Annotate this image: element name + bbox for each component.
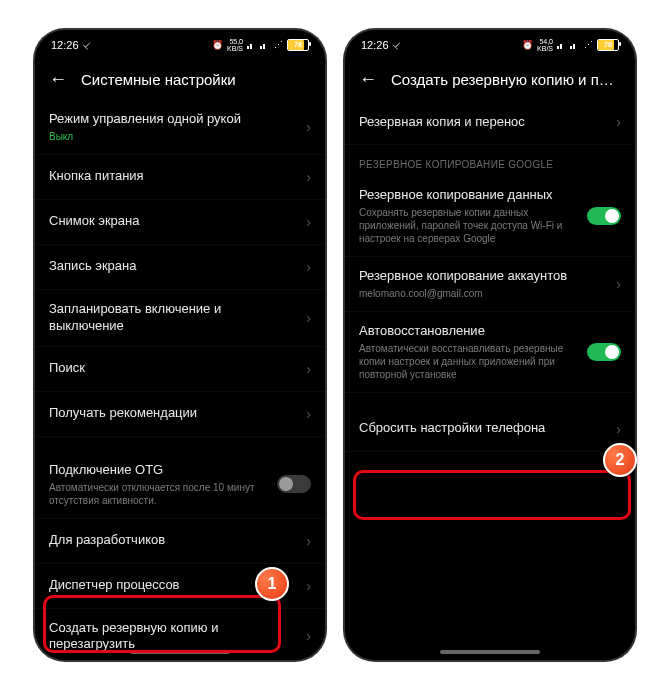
chevron-right-icon: › — [306, 169, 311, 185]
row-backup-data[interactable]: Резервное копирование данных Сохранять р… — [345, 176, 635, 257]
row-reset-phone[interactable]: Сбросить настройки телефона › — [345, 407, 635, 452]
row-backup-transfer[interactable]: Резервная копия и перенос › — [345, 100, 635, 145]
wifi-icon: ⋰ — [274, 40, 283, 50]
battery-icon: 78 — [287, 39, 309, 51]
row-screenshot[interactable]: Снимок экрана › — [35, 200, 325, 245]
row-sub: Автоматически отключается после 10 минут… — [49, 481, 269, 507]
status-time: 12:26 — [51, 39, 79, 51]
chevron-right-icon: › — [616, 421, 621, 437]
row-label: Резервная копия и перенос — [359, 114, 608, 131]
row-label: Запланировать включение и выключение — [49, 301, 298, 335]
chevron-right-icon: › — [306, 310, 311, 326]
row-sub: Автоматически восстанавливать резервные … — [359, 342, 579, 381]
row-screen-record[interactable]: Запись экрана › — [35, 245, 325, 290]
chevron-right-icon: › — [306, 578, 311, 594]
row-label: Режим управления одной рукой — [49, 111, 298, 128]
row-label: Сбросить настройки телефона — [359, 420, 608, 437]
row-one-hand-mode[interactable]: Режим управления одной рукой Выкл › — [35, 100, 325, 155]
step-marker-1: 1 — [255, 567, 289, 601]
backup-data-toggle[interactable] — [587, 207, 621, 225]
section-gap — [345, 393, 635, 407]
row-label: Получать рекомендации — [49, 405, 298, 422]
phone-right-screen: 12:26 ⟂ ⏰ 54,0KB/S ⋰ 78 ← Создать резерв… — [345, 30, 635, 660]
phone-left-screen: 12:26 ⟂ ⏰ 55,0KB/S ⋰ 78 ← Системные наст… — [35, 30, 325, 660]
row-label: Подключение OTG — [49, 462, 269, 479]
status-time: 12:26 — [361, 39, 389, 51]
signal-icons — [557, 41, 580, 49]
status-bar: 12:26 ⟂ ⏰ 54,0KB/S ⋰ 78 — [345, 30, 635, 60]
row-label: Создать резервную копию и перезагрузить — [49, 620, 298, 654]
row-search[interactable]: Поиск › — [35, 347, 325, 392]
page-title: Системные настройки — [81, 71, 311, 88]
section-google-backup: РЕЗЕРВНОЕ КОПИРОВАНИЕ GOOGLE — [345, 145, 635, 176]
wifi-icon: ⋰ — [584, 40, 593, 50]
row-sub: Сохранять резервные копии данных приложе… — [359, 206, 579, 245]
row-label: Резервное копирование данных — [359, 187, 579, 204]
screen-header: ← Создать резервную копию и перезаг... — [345, 60, 635, 100]
status-netspeed: 55,0KB/S — [227, 38, 243, 52]
row-label: Снимок экрана — [49, 213, 298, 230]
auto-restore-toggle[interactable] — [587, 343, 621, 361]
row-schedule-power[interactable]: Запланировать включение и выключение › — [35, 290, 325, 347]
row-otg[interactable]: Подключение OTG Автоматически отключаетс… — [35, 451, 325, 519]
step-marker-2: 2 — [603, 443, 637, 477]
row-sub: Выкл — [49, 130, 298, 143]
home-indicator[interactable] — [130, 650, 230, 654]
back-icon[interactable]: ← — [49, 70, 67, 88]
rss-icon: ⟂ — [81, 38, 94, 51]
row-label: Автовосстановление — [359, 323, 579, 340]
chevron-right-icon: › — [616, 114, 621, 130]
status-netspeed: 54,0KB/S — [537, 38, 553, 52]
chevron-right-icon: › — [306, 259, 311, 275]
row-label: Кнопка питания — [49, 168, 298, 185]
row-auto-restore[interactable]: Автовосстановление Автоматически восстан… — [345, 312, 635, 393]
row-recommendations[interactable]: Получать рекомендации › — [35, 392, 325, 437]
back-icon[interactable]: ← — [359, 70, 377, 88]
row-developer[interactable]: Для разработчиков › — [35, 519, 325, 564]
status-bar: 12:26 ⟂ ⏰ 55,0KB/S ⋰ 78 — [35, 30, 325, 60]
alarm-icon: ⏰ — [212, 40, 223, 50]
chevron-right-icon: › — [306, 628, 311, 644]
chevron-right-icon: › — [306, 119, 311, 135]
rss-icon: ⟂ — [391, 38, 404, 51]
chevron-right-icon: › — [306, 361, 311, 377]
home-indicator[interactable] — [440, 650, 540, 654]
chevron-right-icon: › — [306, 533, 311, 549]
signal-icons — [247, 41, 270, 49]
row-label: Для разработчиков — [49, 532, 298, 549]
chevron-right-icon: › — [306, 214, 311, 230]
chevron-right-icon: › — [616, 276, 621, 292]
screen-header: ← Системные настройки — [35, 60, 325, 100]
alarm-icon: ⏰ — [522, 40, 533, 50]
backup-list: Резервная копия и перенос › РЕЗЕРВНОЕ КО… — [345, 100, 635, 452]
row-label: Поиск — [49, 360, 298, 377]
row-backup-accounts[interactable]: Резервное копирование аккаунтов melomano… — [345, 257, 635, 312]
otg-toggle[interactable] — [277, 475, 311, 493]
battery-icon: 78 — [597, 39, 619, 51]
row-power-button[interactable]: Кнопка питания › — [35, 155, 325, 200]
section-gap — [35, 437, 325, 451]
chevron-right-icon: › — [306, 406, 311, 422]
row-label: Резервное копирование аккаунтов — [359, 268, 608, 285]
row-sub: melomano.cool@gmail.com — [359, 287, 608, 300]
row-label: Запись экрана — [49, 258, 298, 275]
page-title: Создать резервную копию и перезаг... — [391, 71, 621, 88]
